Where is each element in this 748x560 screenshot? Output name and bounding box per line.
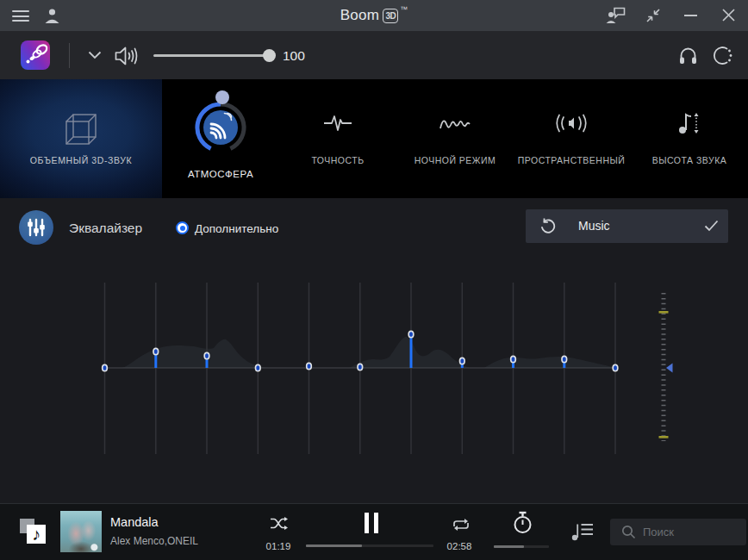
toolbar: 100 [0,31,748,79]
elapsed-time: 01:19 [261,541,296,551]
boom-app-icon[interactable] [21,40,50,70]
tab-pitch-label: ВЫСОТА ЗВУКА [614,155,748,165]
search-input[interactable] [643,519,739,545]
preamp-tick-bottom [659,436,669,439]
eq-band-handle[interactable] [256,364,261,370]
advanced-radio[interactable] [176,221,189,234]
timer-bar-fill [494,545,524,548]
tab-atmosphere-label: АТМОСФЕРА [145,169,296,179]
eq-band-handle[interactable] [460,358,465,364]
minimize-button[interactable] [684,15,697,16]
eq-band-handle[interactable] [562,356,567,362]
equalizer-icon [19,210,53,245]
advanced-label: Дополнительно [195,222,278,235]
timer-bar[interactable] [494,545,549,548]
duration-time: 02:58 [442,541,477,551]
seek-bar[interactable] [306,544,433,547]
eq-band-handle[interactable] [204,352,209,358]
preamp-tick-top [659,311,669,314]
eq-band-handle[interactable] [153,348,159,354]
chevron-down-icon[interactable] [88,51,102,59]
pulse-icon [324,113,352,137]
app-title-tm: ™ [400,5,408,14]
wave-icon [439,115,471,135]
track-artist: Alex Menco,ONEIL [110,535,198,547]
toolbar-divider [69,43,70,68]
equalizer-graph[interactable] [0,253,748,503]
volume-slider-handle[interactable] [263,49,276,62]
playlist-icon[interactable] [571,521,594,541]
cube-3d-icon [62,110,100,148]
album-art[interactable] [60,511,102,552]
eq-band-handle[interactable] [358,364,363,370]
volume-slider-track[interactable] [153,54,271,57]
search-icon [621,525,636,539]
eq-band-handle[interactable] [408,331,414,337]
tab-pitch[interactable]: ВЫСОТА ЗВУКА [631,79,748,198]
equalizer-section: Эквалайзер Дополнительно Music [0,198,748,503]
equalizer-title: Эквалайзер [69,221,142,236]
titlebar: Boom 3D ™ [0,0,748,31]
volume-icon[interactable] [114,45,141,67]
tab-atmosphere[interactable]: АТМОСФЕРА [162,79,279,198]
sleep-timer-icon[interactable] [512,511,533,535]
preset-selector[interactable]: Music [526,209,728,243]
search-box[interactable] [610,519,746,545]
headphones-icon[interactable] [679,47,697,65]
tab-spatial[interactable]: ПРОСТРАНСТВЕННЫЙ [513,79,630,198]
compact-mode-icon[interactable] [645,8,661,23]
tab-fidelity[interactable]: ТОЧНОСТЬ [279,79,396,198]
seek-bar-fill [306,544,362,547]
preamp-handle[interactable] [666,364,673,373]
app-title-3d-badge: 3D [383,9,398,23]
pitch-icon [677,109,701,140]
preset-name: Music [578,219,610,233]
tab-3d-surround[interactable]: ОБЪЕМНЫЙ 3D-ЗВУК [0,79,162,198]
feedback-icon[interactable] [606,7,626,24]
app-title-text: Boom [340,7,380,24]
spectrum-silhouette [86,337,619,368]
reset-icon[interactable] [540,218,556,234]
audio-output-icon[interactable] [712,46,732,65]
effect-tabs: ОБЪЕМНЫЙ 3D-ЗВУК [0,79,748,198]
music-library-icon[interactable]: ♪ [20,519,47,544]
surround-speaker-icon [552,113,591,137]
app-title: Boom 3D ™ [0,0,748,31]
tab-3d-surround-label: ОБЪЕМНЫЙ 3D-ЗВУК [0,155,162,165]
pause-button[interactable] [365,513,379,533]
player-bar: ♪ Mandala Alex Menco,ONEIL 01:19 02:58 [0,503,748,560]
atmosphere-knob-icon [187,86,254,164]
close-button[interactable] [721,8,736,22]
eq-band-handle[interactable] [307,363,312,369]
volume-value: 100 [283,48,305,64]
eq-band-handle[interactable] [613,364,618,370]
eq-band-handle[interactable] [103,364,108,370]
eq-band-handle[interactable] [511,356,516,362]
track-title: Mandala [110,515,159,529]
tab-night-mode[interactable]: НОЧНОЙ РЕЖИМ [396,79,514,198]
repeat-icon[interactable] [452,518,471,532]
preset-check-icon [704,220,719,232]
shuffle-icon[interactable] [270,516,289,531]
